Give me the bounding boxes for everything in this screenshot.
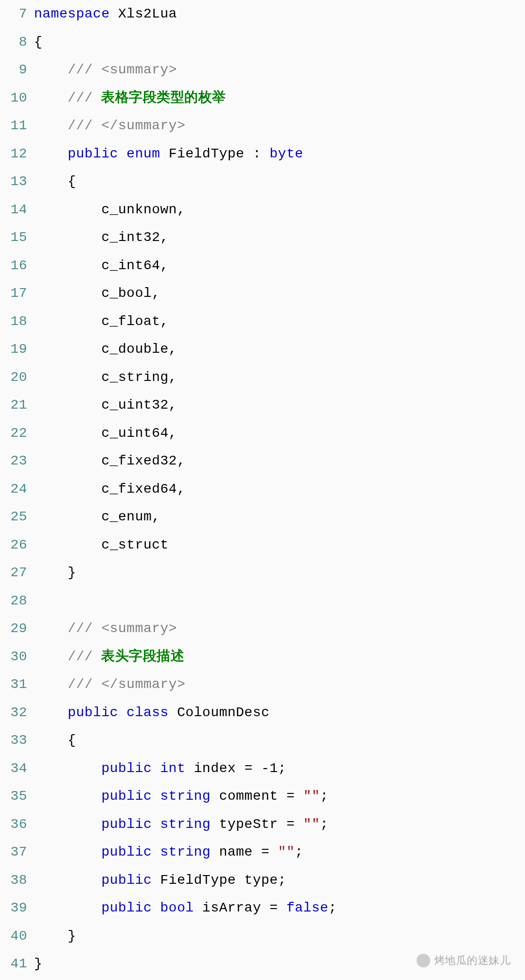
token bbox=[152, 900, 160, 915]
line-number: 13 bbox=[0, 168, 27, 196]
token: } bbox=[34, 956, 42, 971]
token bbox=[34, 761, 101, 776]
code-line: c_int64, bbox=[34, 252, 525, 280]
token: public bbox=[68, 705, 118, 720]
token bbox=[160, 146, 169, 161]
code-line: c_unknown, bbox=[34, 196, 525, 224]
token: /// bbox=[68, 621, 101, 636]
token: "" bbox=[278, 844, 295, 860]
line-number: 30 bbox=[0, 643, 27, 671]
token bbox=[236, 873, 244, 888]
token bbox=[34, 230, 101, 245]
token: typeStr bbox=[219, 817, 278, 832]
token: isArray bbox=[202, 900, 261, 915]
token: "" bbox=[303, 817, 320, 832]
code-line: /// <summary> bbox=[34, 615, 525, 643]
token bbox=[295, 817, 303, 832]
token bbox=[278, 900, 286, 915]
token: , bbox=[160, 258, 169, 273]
code-line: public FieldType type; bbox=[34, 866, 525, 894]
line-number: 25 bbox=[0, 503, 27, 531]
token: , bbox=[169, 370, 177, 385]
line-number: 18 bbox=[0, 308, 27, 336]
line-number: 29 bbox=[0, 615, 27, 643]
token: = bbox=[270, 900, 278, 915]
token bbox=[152, 761, 160, 776]
token bbox=[34, 705, 68, 720]
token: } bbox=[68, 928, 76, 944]
line-number: 8 bbox=[0, 28, 27, 56]
line-number: 11 bbox=[0, 112, 27, 140]
token: ; bbox=[278, 761, 286, 776]
token bbox=[152, 789, 160, 804]
code-line: { bbox=[34, 726, 525, 755]
token: = bbox=[286, 817, 295, 832]
code-line: public string name = ""; bbox=[34, 838, 525, 866]
token bbox=[34, 370, 101, 385]
token bbox=[261, 146, 269, 161]
token bbox=[295, 789, 303, 804]
token bbox=[253, 761, 261, 776]
code-line: c_double, bbox=[34, 335, 525, 363]
token bbox=[169, 705, 177, 720]
token bbox=[152, 873, 160, 888]
token: FieldType bbox=[169, 146, 245, 161]
token: c_struct bbox=[101, 537, 168, 552]
token bbox=[34, 174, 68, 189]
token: </summary> bbox=[101, 677, 185, 692]
token bbox=[34, 565, 68, 580]
token: /// bbox=[68, 90, 101, 105]
token: enum bbox=[126, 146, 160, 161]
code-line: namespace Xls2Lua bbox=[34, 0, 525, 28]
line-number: 7 bbox=[0, 0, 27, 28]
token: Xls2Lua bbox=[118, 6, 177, 21]
token bbox=[34, 677, 68, 692]
token: c_fixed64 bbox=[101, 481, 177, 497]
token: string bbox=[160, 817, 211, 832]
line-number: 31 bbox=[0, 671, 27, 699]
line-number: 23 bbox=[0, 447, 27, 475]
line-number: 34 bbox=[0, 755, 27, 783]
code-line: public int index = -1; bbox=[34, 755, 525, 783]
token: ; bbox=[329, 900, 337, 915]
line-number: 20 bbox=[0, 363, 27, 392]
token: ; bbox=[320, 817, 328, 832]
token: 表头字段描述 bbox=[101, 649, 184, 664]
line-number: 24 bbox=[0, 475, 27, 503]
code-line: public string comment = ""; bbox=[34, 782, 525, 810]
token bbox=[34, 286, 101, 301]
token bbox=[210, 789, 219, 804]
code-line: public string typeStr = ""; bbox=[34, 810, 525, 839]
token bbox=[34, 202, 101, 217]
code-line: c_fixed64, bbox=[34, 475, 525, 503]
token bbox=[34, 789, 101, 804]
code-editor: 7891011121314151617181920212223242526272… bbox=[0, 0, 525, 980]
token: /// bbox=[68, 649, 101, 664]
token: c_enum bbox=[101, 509, 152, 524]
code-line: /// 表头字段描述 bbox=[34, 643, 525, 671]
watermark-text: 烤地瓜的迷妹儿 bbox=[434, 953, 511, 968]
token: FieldType bbox=[160, 873, 236, 888]
token: , bbox=[160, 230, 169, 245]
token: , bbox=[177, 202, 185, 217]
token: ; bbox=[295, 844, 303, 860]
token bbox=[152, 844, 160, 860]
token: , bbox=[169, 426, 177, 441]
token bbox=[253, 844, 261, 860]
token bbox=[34, 537, 101, 552]
code-line: { bbox=[34, 28, 525, 56]
line-number: 21 bbox=[0, 391, 27, 419]
token: public bbox=[101, 873, 152, 888]
token bbox=[210, 844, 219, 860]
token: <summary> bbox=[101, 621, 177, 636]
token: ; bbox=[320, 789, 328, 804]
token: byte bbox=[270, 146, 303, 161]
token bbox=[34, 509, 101, 524]
token bbox=[34, 90, 68, 105]
token bbox=[236, 761, 244, 776]
line-number: 27 bbox=[0, 559, 27, 587]
code-line: c_uint64, bbox=[34, 419, 525, 447]
token bbox=[278, 817, 286, 832]
token: /// bbox=[68, 677, 101, 692]
token: , bbox=[169, 342, 177, 357]
